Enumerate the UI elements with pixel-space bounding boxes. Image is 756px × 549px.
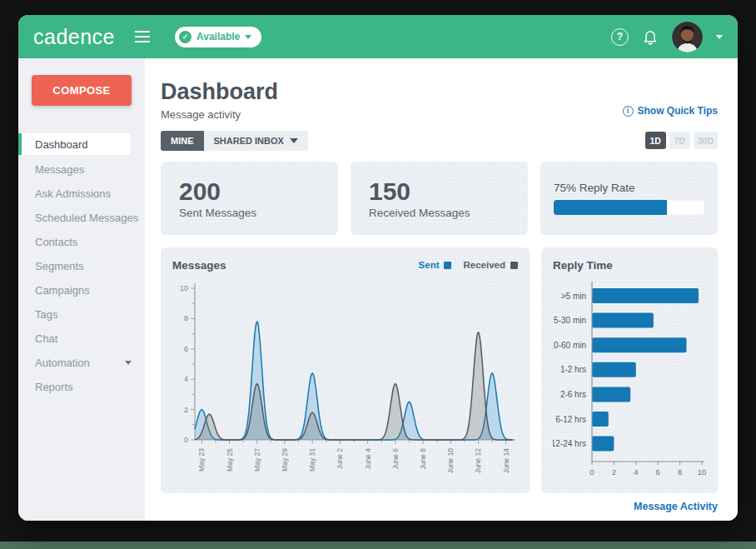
reply-time-bar-5-30-min bbox=[592, 312, 654, 327]
sidebar-item-label: Chat bbox=[35, 332, 57, 345]
svg-text:12-24 hrs: 12-24 hrs bbox=[553, 439, 586, 448]
inbox-tab-mine[interactable]: MINE bbox=[161, 131, 204, 151]
sidebar-item-label: Dashboard bbox=[35, 138, 88, 151]
menu-icon[interactable] bbox=[133, 27, 152, 46]
svg-text:May 23: May 23 bbox=[197, 447, 206, 471]
sent-messages-card: 200 Sent Messages bbox=[161, 162, 338, 235]
svg-text:June 4: June 4 bbox=[364, 447, 372, 469]
sidebar-item-label: Campaigns bbox=[35, 284, 90, 297]
received-messages-card: 150 Received Messages bbox=[351, 162, 528, 235]
avatar[interactable] bbox=[672, 22, 703, 52]
svg-text:June 2: June 2 bbox=[336, 447, 344, 469]
notifications-icon[interactable] bbox=[642, 28, 659, 46]
reply-time-bar-5-min bbox=[592, 288, 699, 303]
reply-time-bar-10-60-min bbox=[592, 337, 687, 352]
compose-button[interactable]: COMPOSE bbox=[32, 75, 132, 106]
svg-text:4: 4 bbox=[184, 375, 188, 383]
svg-text:6-12 hrs: 6-12 hrs bbox=[555, 414, 586, 423]
svg-text:2: 2 bbox=[184, 405, 188, 413]
reply-rate-label: 75% Reply Rate bbox=[554, 182, 704, 194]
sidebar-item-automation[interactable]: Automation bbox=[18, 351, 145, 375]
inbox-tab-shared-inbox[interactable]: SHARED INBOX bbox=[204, 131, 308, 151]
reply-time-bar-1-2-hrs bbox=[592, 362, 636, 377]
svg-text:10-60 min: 10-60 min bbox=[553, 340, 586, 349]
legend-label: Sent bbox=[419, 260, 440, 270]
svg-text:8: 8 bbox=[678, 467, 682, 477]
sidebar-item-campaigns[interactable]: Campaigns bbox=[18, 278, 145, 302]
availability-dropdown[interactable]: ✓ Available bbox=[175, 27, 261, 47]
info-icon: i bbox=[623, 106, 634, 117]
svg-text:10: 10 bbox=[698, 467, 706, 477]
svg-text:1-2 hrs: 1-2 hrs bbox=[560, 365, 586, 374]
reply-rate-progress-fill bbox=[554, 200, 667, 215]
sidebar-item-label: Segments bbox=[35, 260, 84, 272]
svg-text:8: 8 bbox=[184, 314, 188, 322]
svg-text:May 31: May 31 bbox=[308, 447, 316, 471]
sidebar-nav: DashboardMessagesAsk AdmissionsScheduled… bbox=[18, 133, 145, 399]
sidebar-item-tags[interactable]: Tags bbox=[18, 302, 145, 327]
inbox-tab-label: MINE bbox=[171, 136, 194, 146]
svg-text:June 14: June 14 bbox=[502, 447, 510, 473]
sidebar-item-scheduled-messages[interactable]: Scheduled Messages bbox=[18, 206, 145, 230]
sidebar-item-label: Contacts bbox=[35, 236, 77, 248]
svg-text:June 12: June 12 bbox=[474, 447, 482, 473]
date-range-toggle: 1D7D30D bbox=[645, 132, 718, 149]
sidebar-item-dashboard[interactable]: Dashboard bbox=[18, 133, 131, 155]
svg-text:6: 6 bbox=[184, 344, 188, 352]
svg-text:2-6 hrs: 2-6 hrs bbox=[560, 390, 586, 399]
show-quick-tips-link[interactable]: i Show Quick Tips bbox=[623, 105, 718, 117]
chevron-down-icon bbox=[290, 138, 298, 143]
sidebar-item-chat[interactable]: Chat bbox=[18, 327, 145, 351]
svg-text:May 25: May 25 bbox=[226, 447, 234, 471]
app-logo: cadence bbox=[33, 25, 115, 49]
range-button-30d[interactable]: 30D bbox=[694, 132, 718, 149]
legend-item-sent[interactable]: Sent bbox=[419, 260, 452, 270]
sent-messages-label: Sent Messages bbox=[179, 207, 320, 219]
sidebar-item-label: Scheduled Messages bbox=[35, 212, 138, 224]
range-button-1d[interactable]: 1D bbox=[645, 132, 666, 149]
chevron-down-icon bbox=[245, 35, 251, 39]
svg-text:June 6: June 6 bbox=[391, 447, 400, 469]
legend-label: Received bbox=[463, 260, 505, 270]
reply-rate-card: 75% Reply Rate bbox=[540, 162, 718, 235]
reply-time-bar-2-6-hrs bbox=[592, 387, 630, 402]
legend-item-received[interactable]: Received bbox=[463, 260, 518, 270]
topbar-actions: ? bbox=[611, 22, 723, 52]
sidebar-item-label: Automation bbox=[35, 357, 90, 369]
svg-text:0: 0 bbox=[184, 436, 188, 444]
sidebar-item-label: Ask Admissions bbox=[35, 187, 111, 200]
message-activity-link[interactable]: Message Activity bbox=[634, 501, 718, 512]
topbar: cadence ✓ Available ? bbox=[18, 15, 738, 58]
main-content: Dashboard Message activity i Show Quick … bbox=[145, 58, 738, 521]
chevron-down-icon bbox=[125, 361, 132, 365]
reply-time-bar-12-24-hrs bbox=[592, 436, 614, 451]
sidebar-item-segments[interactable]: Segments bbox=[18, 254, 145, 278]
check-circle-icon: ✓ bbox=[179, 31, 191, 43]
sidebar-item-label: Tags bbox=[35, 308, 57, 321]
sent-messages-value: 200 bbox=[179, 177, 320, 205]
range-button-7d[interactable]: 7D bbox=[669, 132, 690, 149]
reply-time-bar-6-12-hrs bbox=[592, 412, 609, 427]
help-icon[interactable]: ? bbox=[611, 28, 629, 46]
received-messages-label: Received Messages bbox=[369, 207, 510, 219]
inbox-tab-label: SHARED INBOX bbox=[214, 136, 284, 146]
svg-text:May 27: May 27 bbox=[253, 447, 261, 471]
reply-rate-progress bbox=[554, 200, 704, 215]
sidebar-item-label: Reports bbox=[35, 381, 73, 393]
sidebar-item-contacts[interactable]: Contacts bbox=[18, 230, 145, 254]
background-texture-strip bbox=[0, 542, 756, 549]
chevron-down-icon[interactable] bbox=[716, 35, 723, 39]
sidebar-item-messages[interactable]: Messages bbox=[18, 157, 145, 182]
quick-tips-label: Show Quick Tips bbox=[638, 105, 718, 117]
svg-text:5-30 min: 5-30 min bbox=[554, 316, 586, 325]
page-title: Dashboard bbox=[161, 80, 278, 105]
sidebar-item-label: Messages bbox=[35, 163, 84, 176]
chart-legend: SentReceived bbox=[419, 260, 518, 270]
svg-text:0: 0 bbox=[589, 467, 594, 477]
sidebar-item-reports[interactable]: Reports bbox=[18, 375, 145, 399]
availability-label: Available bbox=[196, 31, 240, 42]
messages-chart-title: Messages bbox=[172, 259, 226, 272]
legend-swatch bbox=[444, 262, 451, 269]
sidebar-item-ask-admissions[interactable]: Ask Admissions bbox=[18, 182, 145, 206]
svg-text:May 29: May 29 bbox=[281, 447, 289, 471]
